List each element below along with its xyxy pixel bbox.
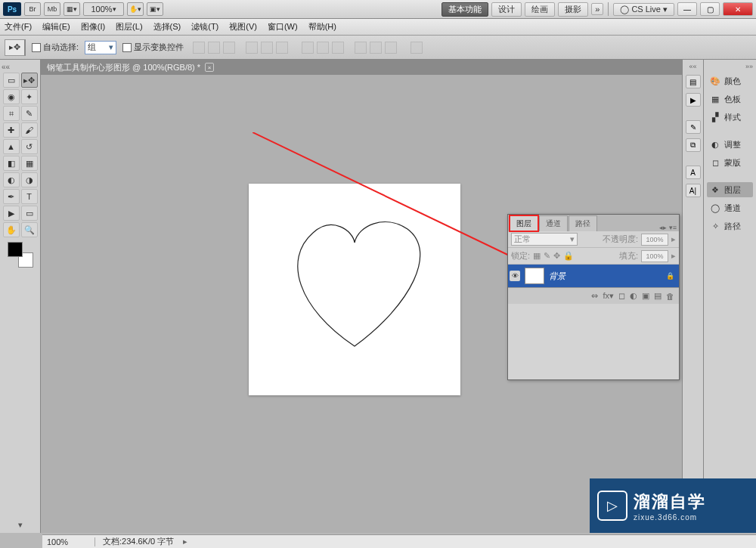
stamp-tool[interactable]: ▲	[3, 139, 20, 154]
actions-icon[interactable]: ▶	[686, 93, 701, 107]
distribute-icon[interactable]	[317, 42, 329, 54]
status-arrow-icon[interactable]: ▸	[183, 537, 187, 546]
distribute-icon[interactable]	[385, 42, 397, 54]
brush-presets-icon[interactable]: ✎	[686, 120, 701, 134]
color-swatches[interactable]	[8, 242, 33, 268]
menu-image[interactable]: 图像(I)	[81, 21, 105, 33]
history-icon[interactable]: ▤	[686, 75, 701, 88]
new-layer-icon[interactable]: ▤	[654, 291, 662, 301]
menu-select[interactable]: 选择(S)	[153, 21, 181, 33]
lasso-tool[interactable]: ◉	[3, 89, 20, 104]
layer-name[interactable]: 背景	[549, 271, 565, 282]
auto-select-mode[interactable]: 组▾	[85, 41, 116, 54]
show-transform-checkbox[interactable]: 显示变换控件	[122, 42, 184, 53]
auto-select-checkbox[interactable]: 自动选择:	[32, 42, 79, 53]
collapse-icon[interactable]: ««	[689, 63, 696, 70]
tab-layers[interactable]: 图层	[510, 215, 538, 231]
distribute-icon[interactable]	[355, 42, 367, 54]
group-icon[interactable]: ▣	[642, 291, 649, 301]
panel-mask[interactable]: ◻蒙版	[707, 155, 753, 170]
lock-all-icon[interactable]: 🔒	[563, 251, 574, 261]
expand-icon[interactable]: ▾	[18, 520, 23, 530]
minimize-button[interactable]: —	[677, 2, 697, 16]
panel-swatches[interactable]: ▦色板	[707, 91, 753, 107]
opacity-value[interactable]: 100%	[641, 234, 668, 246]
type-tool[interactable]: T	[21, 189, 38, 204]
menu-edit[interactable]: 编辑(E)	[42, 21, 70, 33]
eyedropper-tool[interactable]: ✎	[21, 106, 38, 121]
workspace-paint[interactable]: 绘画	[525, 2, 555, 17]
minibridge-icon[interactable]: Mb	[44, 2, 60, 16]
workspace-design[interactable]: 设计	[491, 2, 522, 17]
panel-paths[interactable]: ✧路径	[707, 218, 753, 234]
tab-paths[interactable]: 路径	[569, 215, 597, 231]
clone-source-icon[interactable]: ⧉	[686, 138, 701, 152]
collapse-icon[interactable]: ««	[2, 63, 10, 71]
align-icon[interactable]	[261, 42, 273, 54]
panel-styles[interactable]: ▞样式	[707, 110, 753, 125]
panel-channels[interactable]: ◯通道	[707, 200, 753, 215]
menu-help[interactable]: 帮助(H)	[308, 21, 336, 33]
brush-tool[interactable]: 🖌	[21, 122, 38, 138]
visibility-icon[interactable]: 👁	[510, 271, 520, 281]
eraser-tool[interactable]: ◧	[3, 156, 20, 171]
align-icon[interactable]	[246, 42, 258, 54]
hand-tool[interactable]: ✋	[3, 222, 20, 237]
collapse-icon[interactable]: »»	[707, 63, 753, 70]
blend-mode-select[interactable]: 正常▾	[511, 233, 578, 246]
close-tab-icon[interactable]: ×	[205, 63, 214, 72]
zoom-tool[interactable]: 🔍	[21, 222, 38, 237]
menu-file[interactable]: 文件(F)	[5, 21, 32, 33]
align-icon[interactable]	[208, 42, 220, 54]
status-zoom[interactable]: 100%	[42, 537, 95, 546]
menu-window[interactable]: 窗口(W)	[268, 21, 298, 33]
adjustment-icon[interactable]: ◐	[630, 291, 637, 301]
gradient-tool[interactable]: ▦	[21, 156, 38, 171]
cslive-button[interactable]: ◯ CS Live ▾	[613, 3, 674, 16]
foreground-color[interactable]	[8, 242, 23, 257]
auto-align-icon[interactable]	[411, 42, 423, 54]
shape-tool[interactable]: ▭	[21, 206, 38, 221]
fill-value[interactable]: 100%	[641, 250, 668, 262]
delete-icon[interactable]: 🗑	[666, 292, 674, 301]
marquee-tool[interactable]: ▭	[3, 73, 20, 88]
heal-tool[interactable]: ✚	[3, 122, 20, 138]
distribute-icon[interactable]	[370, 42, 382, 54]
hand-icon[interactable]: ✋▾	[127, 2, 144, 16]
pen-tool[interactable]: ✒	[3, 189, 20, 204]
layer-thumbnail[interactable]	[525, 268, 544, 284]
panel-layers[interactable]: ❖图层	[707, 182, 753, 197]
crop-tool[interactable]: ⌗	[3, 106, 20, 121]
tab-channels[interactable]: 通道	[539, 215, 568, 231]
menu-view[interactable]: 视图(V)	[229, 21, 257, 33]
fx-icon[interactable]: fx▾	[603, 291, 614, 301]
path-select-tool[interactable]: ▶	[3, 206, 20, 221]
move-tool[interactable]: ▸✥	[21, 73, 38, 88]
screen-mode-icon[interactable]: ▣▾	[147, 2, 163, 16]
workspace-more[interactable]: »	[591, 3, 603, 15]
wand-tool[interactable]: ✦	[21, 89, 38, 104]
blur-tool[interactable]: ◐	[3, 172, 20, 187]
zoom-level[interactable]: 100% ▾	[83, 2, 124, 16]
menu-layer[interactable]: 图层(L)	[116, 21, 142, 33]
distribute-icon[interactable]	[302, 42, 314, 54]
link-icon[interactable]: ⇔	[591, 291, 598, 301]
panel-color[interactable]: 🎨颜色	[707, 73, 753, 88]
workspace-photo[interactable]: 摄影	[558, 2, 588, 17]
bridge-icon[interactable]: Br	[24, 2, 41, 16]
maximize-button[interactable]: ▢	[700, 2, 720, 16]
close-button[interactable]: ✕	[723, 2, 753, 16]
lock-transparency-icon[interactable]: ▦	[533, 251, 541, 261]
character-icon[interactable]: A	[686, 166, 701, 179]
panel-menu[interactable]: ◂▸ ▾≡	[659, 224, 679, 231]
align-icon[interactable]	[223, 42, 235, 54]
canvas[interactable]	[249, 184, 460, 395]
panel-adjust[interactable]: ◐调整	[707, 137, 753, 152]
lock-position-icon[interactable]: ✥	[553, 251, 560, 261]
align-icon[interactable]	[276, 42, 288, 54]
layer-row[interactable]: 👁 背景 🔒	[508, 265, 679, 287]
dodge-tool[interactable]: ◑	[21, 172, 38, 187]
distribute-icon[interactable]	[332, 42, 344, 54]
menu-filter[interactable]: 滤镜(T)	[191, 21, 218, 33]
paragraph-icon[interactable]: A|	[686, 184, 701, 197]
